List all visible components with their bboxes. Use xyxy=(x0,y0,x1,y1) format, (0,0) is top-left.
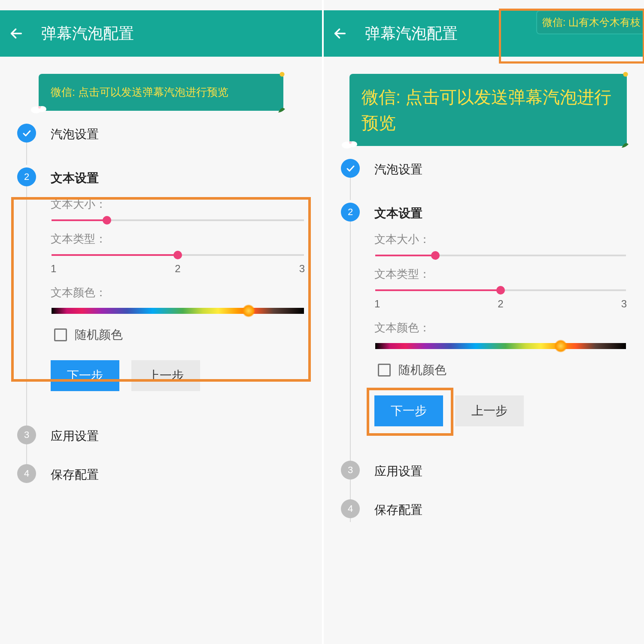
step-2: 2 文本设置 文本大小： 文本类型： 1 2 3 xyxy=(341,203,627,461)
preview-text: 微信: 点击可以发送弹幕汽泡进行预览 xyxy=(361,88,611,132)
step-1[interactable]: 汽泡设置 xyxy=(341,159,627,203)
svg-point-9 xyxy=(349,141,352,144)
slider-thumb[interactable] xyxy=(173,251,182,259)
checkbox-icon xyxy=(378,364,391,377)
status-bar xyxy=(0,0,322,10)
leaf-icon xyxy=(621,140,629,149)
step-1-title: 汽泡设置 xyxy=(374,161,627,178)
next-button[interactable]: 下一步 xyxy=(51,360,119,391)
app-bar: 弹幕汽泡配置 微信: 山有木兮木有枝 xyxy=(324,10,644,57)
color-thumb[interactable] xyxy=(242,304,255,317)
button-row: 下一步 上一步 xyxy=(51,360,305,391)
screen-right: 弹幕汽泡配置 微信: 山有木兮木有枝 微信: 点击可以发送弹幕汽泡进行预览 汽泡… xyxy=(322,0,644,644)
step-2-indicator: 2 xyxy=(17,167,36,186)
step-4-title: 保存配置 xyxy=(374,502,627,518)
step-4-title: 保存配置 xyxy=(51,467,305,483)
text-type-label: 文本类型： xyxy=(374,267,627,282)
text-size-slider[interactable] xyxy=(52,219,304,221)
arrow-left-icon xyxy=(333,26,347,41)
check-icon xyxy=(21,128,32,138)
step-2: 2 文本设置 文本大小： 文本类型： 1 2 3 xyxy=(17,167,305,425)
slider-thumb[interactable] xyxy=(496,286,505,295)
step-1-title: 汽泡设置 xyxy=(51,126,305,143)
page-title: 弹幕汽泡配置 xyxy=(365,23,458,44)
stepper: 汽泡设置 2 文本设置 文本大小： 文本类型： 1 2 xyxy=(324,150,644,521)
text-size-label: 文本大小： xyxy=(374,232,627,247)
step-1-indicator xyxy=(341,159,360,178)
step-2-title: 文本设置 xyxy=(51,170,305,186)
cloud-icon xyxy=(30,102,47,113)
bell-icon xyxy=(623,71,629,77)
random-color-checkbox[interactable]: 随机颜色 xyxy=(378,362,627,378)
step-3-title: 应用设置 xyxy=(51,428,305,444)
step-3[interactable]: 3 应用设置 xyxy=(17,425,305,464)
slider-thumb[interactable] xyxy=(103,216,111,225)
slider-thumb[interactable] xyxy=(431,251,440,260)
svg-point-1 xyxy=(279,72,284,76)
step-1-indicator xyxy=(17,124,36,143)
step-4-indicator: 4 xyxy=(341,499,360,518)
step-1[interactable]: 汽泡设置 xyxy=(17,124,305,167)
text-color-label: 文本颜色： xyxy=(51,285,305,300)
prev-button[interactable]: 上一步 xyxy=(131,360,200,391)
text-type-label: 文本类型： xyxy=(51,231,305,246)
status-bar xyxy=(324,0,644,10)
check-icon xyxy=(345,163,355,173)
cloud-icon xyxy=(341,137,358,149)
text-color-label: 文本颜色： xyxy=(374,320,627,335)
text-type-ticks: 1 2 3 xyxy=(374,298,627,310)
arrow-left-icon xyxy=(9,26,24,41)
step-2-title: 文本设置 xyxy=(374,205,627,222)
step-3-indicator: 3 xyxy=(17,425,36,444)
text-type-ticks: 1 2 3 xyxy=(51,263,305,275)
step-3-title: 应用设置 xyxy=(374,463,627,480)
text-size-slider[interactable] xyxy=(375,255,626,256)
step-3-indicator: 3 xyxy=(341,461,360,480)
leaf-icon xyxy=(277,105,286,113)
page-title: 弹幕汽泡配置 xyxy=(41,23,134,44)
step-4-indicator: 4 xyxy=(17,464,36,483)
notification-bubble[interactable]: 微信: 山有木兮木有枝 xyxy=(536,10,644,34)
text-type-slider[interactable] xyxy=(52,254,304,256)
prev-button[interactable]: 上一步 xyxy=(455,395,524,426)
app-bar: 弹幕汽泡配置 xyxy=(0,10,322,57)
stepper: 汽泡设置 2 文本设置 文本大小： 文本类型： 1 2 xyxy=(0,115,322,486)
step-2-indicator: 2 xyxy=(341,203,360,222)
bell-icon xyxy=(279,71,285,77)
next-button[interactable]: 下一步 xyxy=(374,395,443,426)
random-color-checkbox[interactable]: 随机颜色 xyxy=(54,327,305,343)
step-3[interactable]: 3 应用设置 xyxy=(341,461,627,499)
text-size-label: 文本大小： xyxy=(51,197,305,212)
preview-area: 微信: 点击可以发送弹幕汽泡进行预览 xyxy=(0,57,322,115)
step-4[interactable]: 4 保存配置 xyxy=(17,464,305,486)
text-color-slider[interactable] xyxy=(52,308,304,314)
button-row: 下一步 上一步 xyxy=(374,395,627,426)
step-4[interactable]: 4 保存配置 xyxy=(341,499,627,521)
text-type-slider[interactable] xyxy=(375,289,626,291)
preview-bubble[interactable]: 微信: 点击可以发送弹幕汽泡进行预览 xyxy=(39,74,283,111)
svg-point-6 xyxy=(623,72,628,76)
color-thumb[interactable] xyxy=(554,340,567,352)
svg-point-4 xyxy=(38,106,41,109)
back-button[interactable] xyxy=(332,26,348,41)
text-color-slider[interactable] xyxy=(375,343,626,349)
preview-bubble[interactable]: 微信: 点击可以发送弹幕汽泡进行预览 xyxy=(349,74,627,146)
back-button[interactable] xyxy=(9,26,24,41)
screen-left: 弹幕汽泡配置 微信: 点击可以发送弹幕汽泡进行预览 汽泡设置 2 文本设置 文本… xyxy=(0,0,322,644)
preview-area: 微信: 点击可以发送弹幕汽泡进行预览 xyxy=(324,57,644,150)
preview-text: 微信: 点击可以发送弹幕汽泡进行预览 xyxy=(51,86,228,98)
checkbox-icon xyxy=(54,328,67,341)
